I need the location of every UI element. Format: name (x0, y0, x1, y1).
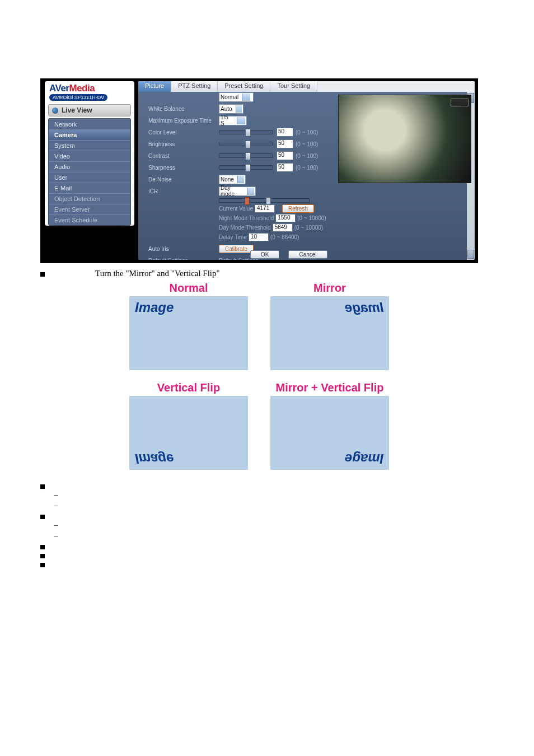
thumb-vertical-flip: Image (129, 396, 248, 470)
sidebar-item-event-schedule[interactable]: Event Schedule (49, 214, 130, 225)
tab-preset[interactable]: Preset Setting (218, 81, 270, 92)
delay-time-value[interactable]: 10 (249, 233, 269, 241)
sample-word: Image (135, 451, 174, 466)
sharpness-slider[interactable] (219, 165, 273, 170)
logo-part-a: AVer (49, 83, 69, 94)
sidebar: AVerMedia AVerDiGi SF1311H-DV Live View … (45, 81, 134, 226)
sharpness-value[interactable]: 50 (277, 163, 293, 172)
sidebar-item-audio[interactable]: Audio (49, 161, 130, 172)
night-threshold-value[interactable]: 1550 (275, 214, 296, 222)
flip-instruction: Turn the "Mirror" and "Vertical Flip" (95, 269, 220, 278)
caption-normal: Normal (129, 282, 248, 295)
icr-threshold-slider[interactable] (219, 198, 310, 203)
current-value-label: Current Value (219, 206, 253, 212)
max-exposure-label: Maximum Exposure Time (148, 118, 219, 124)
delay-time-range: (0 ~ 86400) (270, 234, 299, 240)
bullet-icon (40, 272, 45, 277)
thumb-normal: Image (129, 296, 248, 370)
delay-time-label: Delay Time (219, 234, 247, 240)
sample-word: Image (345, 451, 383, 466)
camera-preview (338, 95, 471, 183)
color-level-slider[interactable] (219, 130, 273, 134)
brand-logo: AVerMedia AVerDiGi SF1311H-DV (45, 81, 134, 102)
icr-marker-night[interactable] (245, 197, 250, 205)
dash-icon: – (54, 490, 58, 500)
white-balance-label: White Balance (148, 106, 219, 112)
sharpness-range: (0 ~ 100) (296, 165, 318, 171)
color-level-label: Color Level (148, 129, 219, 136)
refresh-button[interactable]: Refresh (282, 204, 314, 213)
contrast-slider[interactable] (219, 153, 273, 158)
caption-mirror-vflip: Mirror + Vertical Flip (270, 381, 389, 394)
ok-button[interactable]: OK (250, 250, 279, 259)
brightness-value[interactable]: 50 (277, 139, 293, 148)
tab-tour[interactable]: Tour Setting (270, 81, 317, 92)
caption-vertical-flip: Vertical Flip (129, 381, 248, 394)
night-threshold-label: Night Mode Threshold (219, 215, 274, 221)
sample-word: Image (135, 300, 174, 315)
sidebar-item-email[interactable]: E-Mail (49, 183, 130, 193)
denoise-label: De-Noise (148, 176, 219, 183)
sharpness-label: Sharpness (148, 165, 219, 171)
color-level-value[interactable]: 50 (277, 128, 293, 137)
bullet-icon (40, 515, 45, 519)
document-body: Turn the "Mirror" and "Vertical Flip" No… (40, 269, 478, 567)
picture-form: Normal White Balance Auto Maximum Exposu… (148, 95, 327, 260)
icr-marker-day[interactable] (266, 197, 271, 205)
sidebar-item-video[interactable]: Video (49, 151, 130, 161)
dash-icon: – (54, 501, 58, 510)
icr-label: ICR (148, 188, 219, 194)
rotate-select[interactable]: Normal (219, 92, 254, 102)
brightness-label: Brightness (148, 141, 219, 147)
tab-picture[interactable]: Picture (138, 81, 171, 92)
contrast-label: Contrast (148, 153, 219, 159)
sidebar-item-event-server[interactable]: Event Server (49, 204, 130, 214)
dash-icon: – (54, 520, 58, 530)
max-exposure-select[interactable]: 1/5 S (219, 116, 247, 125)
night-threshold-range: (0 ~ 10000) (297, 215, 326, 221)
sidebar-item-network[interactable]: Network (49, 119, 130, 129)
sidebar-nav: Network Camera System Video Audio User E… (48, 118, 131, 226)
day-threshold-label: Day Mode Threshold (219, 225, 271, 231)
cancel-button[interactable]: Cancel (288, 250, 327, 259)
main-panel: Picture PTZ Setting Preset Setting Tour … (138, 81, 475, 260)
thumb-mirror-vflip: Image (270, 396, 389, 470)
current-value: 4171 (255, 204, 275, 213)
logo-part-b: Media (69, 83, 95, 94)
sidebar-item-camera[interactable]: Camera (49, 129, 130, 140)
denoise-select[interactable]: None (219, 175, 246, 184)
live-view-button[interactable]: Live View (48, 104, 131, 116)
thumb-mirror: Image (270, 296, 389, 370)
preview-osd-icon (451, 99, 469, 106)
icr-select[interactable]: Day mode (219, 186, 256, 196)
contrast-value[interactable]: 50 (277, 151, 293, 160)
flip-illustration: Normal Image Mirror Image Vertical Flip (114, 282, 405, 470)
day-threshold-value[interactable]: 5649 (273, 223, 293, 232)
sample-word: Image (345, 300, 383, 315)
sidebar-item-user[interactable]: User (49, 172, 130, 183)
white-balance-select[interactable]: Auto (219, 104, 243, 114)
sidebar-item-system[interactable]: System (49, 140, 130, 151)
color-level-range: (0 ~ 100) (296, 129, 318, 136)
bullet-icon (40, 545, 45, 549)
contrast-range: (0 ~ 100) (296, 153, 318, 159)
sidebar-item-object-detection[interactable]: Object Detection (49, 193, 130, 204)
camera-ui-screenshot: AVerMedia AVerDiGi SF1311H-DV Live View … (40, 78, 478, 263)
tab-ptz[interactable]: PTZ Setting (171, 81, 218, 92)
brightness-slider[interactable] (219, 142, 273, 146)
tab-bar: Picture PTZ Setting Preset Setting Tour … (138, 81, 475, 92)
caption-mirror: Mirror (270, 282, 389, 295)
logo-subtitle: AVerDiGi SF1311H-DV (49, 94, 107, 101)
dash-icon: – (54, 531, 58, 540)
day-threshold-range: (0 ~ 10000) (294, 225, 323, 231)
dialog-buttons: OK Cancel (138, 250, 475, 259)
brightness-range: (0 ~ 100) (296, 141, 318, 147)
bullet-icon (40, 563, 45, 567)
bullet-icon (40, 484, 45, 489)
bullet-icon (40, 554, 45, 558)
